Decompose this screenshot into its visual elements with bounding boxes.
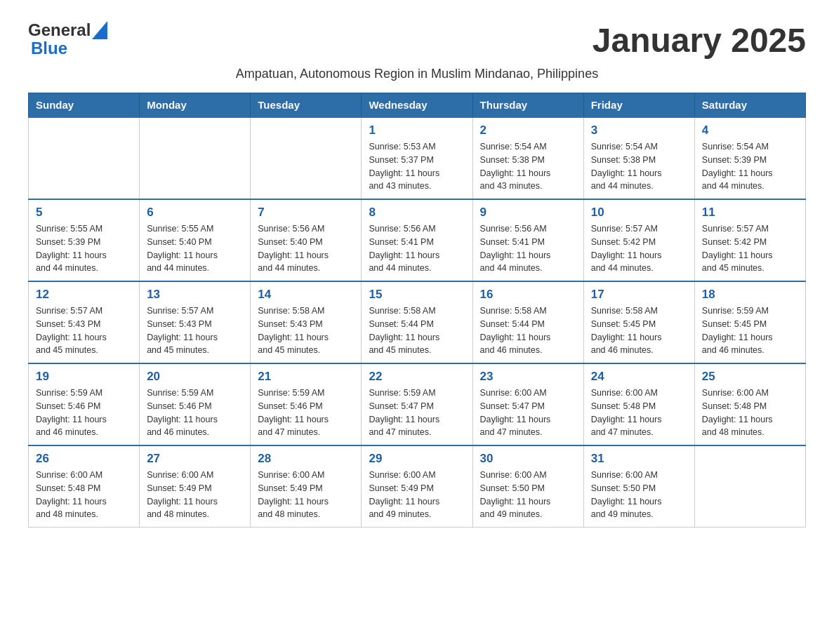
day-number: 20 [147, 370, 243, 384]
day-info: Sunrise: 5:58 AM Sunset: 5:44 PM Dayligh… [369, 304, 465, 357]
day-info: Sunrise: 5:57 AM Sunset: 5:43 PM Dayligh… [36, 304, 132, 357]
weekday-header-thursday: Thursday [472, 93, 583, 118]
day-number: 11 [702, 206, 798, 220]
day-number: 15 [369, 288, 465, 302]
day-info: Sunrise: 6:00 AM Sunset: 5:49 PM Dayligh… [258, 469, 354, 521]
day-info: Sunrise: 5:59 AM Sunset: 5:46 PM Dayligh… [258, 387, 354, 439]
day-info: Sunrise: 5:59 AM Sunset: 5:46 PM Dayligh… [36, 387, 132, 439]
day-info: Sunrise: 6:00 AM Sunset: 5:48 PM Dayligh… [36, 469, 132, 521]
day-number: 13 [147, 288, 243, 302]
calendar-cell: 18Sunrise: 5:59 AM Sunset: 5:45 PM Dayli… [694, 281, 805, 363]
day-number: 1 [369, 123, 465, 137]
calendar-table: SundayMondayTuesdayWednesdayThursdayFrid… [28, 93, 806, 528]
day-info: Sunrise: 5:55 AM Sunset: 5:39 PM Dayligh… [36, 222, 132, 275]
day-number: 8 [369, 206, 465, 220]
calendar-cell: 29Sunrise: 6:00 AM Sunset: 5:49 PM Dayli… [362, 445, 472, 528]
day-number: 14 [258, 288, 354, 302]
day-info: Sunrise: 5:56 AM Sunset: 5:41 PM Dayligh… [480, 222, 576, 275]
day-number: 24 [591, 370, 687, 384]
day-info: Sunrise: 6:00 AM Sunset: 5:49 PM Dayligh… [147, 469, 243, 521]
calendar-cell: 31Sunrise: 6:00 AM Sunset: 5:50 PM Dayli… [583, 445, 694, 528]
day-info: Sunrise: 6:00 AM Sunset: 5:50 PM Dayligh… [480, 469, 576, 521]
day-number: 30 [480, 452, 576, 466]
day-number: 9 [480, 206, 576, 220]
day-number: 10 [591, 206, 687, 220]
day-number: 27 [147, 452, 243, 466]
day-info: Sunrise: 5:58 AM Sunset: 5:45 PM Dayligh… [591, 304, 687, 357]
day-info: Sunrise: 5:59 AM Sunset: 5:46 PM Dayligh… [147, 387, 243, 439]
day-number: 2 [480, 123, 576, 137]
subtitle: Ampatuan, Autonomous Region in Muslim Mi… [28, 67, 806, 81]
calendar-cell [694, 445, 805, 528]
day-info: Sunrise: 6:00 AM Sunset: 5:49 PM Dayligh… [369, 469, 465, 521]
day-number: 31 [591, 452, 687, 466]
calendar-cell: 6Sunrise: 5:55 AM Sunset: 5:40 PM Daylig… [140, 199, 251, 281]
calendar-cell: 3Sunrise: 5:54 AM Sunset: 5:38 PM Daylig… [583, 117, 694, 199]
calendar-cell: 13Sunrise: 5:57 AM Sunset: 5:43 PM Dayli… [140, 281, 251, 363]
day-info: Sunrise: 5:59 AM Sunset: 5:47 PM Dayligh… [369, 387, 465, 439]
calendar-cell: 15Sunrise: 5:58 AM Sunset: 5:44 PM Dayli… [362, 281, 472, 363]
header: General Blue January 2025 [28, 21, 806, 60]
month-title: January 2025 [593, 21, 806, 60]
calendar-cell: 14Sunrise: 5:58 AM Sunset: 5:43 PM Dayli… [251, 281, 362, 363]
day-number: 25 [702, 370, 798, 384]
calendar-cell: 25Sunrise: 6:00 AM Sunset: 5:48 PM Dayli… [694, 363, 805, 445]
day-info: Sunrise: 5:57 AM Sunset: 5:43 PM Dayligh… [147, 304, 243, 357]
calendar-cell: 1Sunrise: 5:53 AM Sunset: 5:37 PM Daylig… [362, 117, 472, 199]
weekday-header-monday: Monday [140, 93, 251, 118]
day-info: Sunrise: 5:56 AM Sunset: 5:40 PM Dayligh… [258, 222, 354, 275]
calendar-cell: 11Sunrise: 5:57 AM Sunset: 5:42 PM Dayli… [694, 199, 805, 281]
calendar-cell: 12Sunrise: 5:57 AM Sunset: 5:43 PM Dayli… [29, 281, 140, 363]
day-number: 23 [480, 370, 576, 384]
day-info: Sunrise: 5:57 AM Sunset: 5:42 PM Dayligh… [591, 222, 687, 275]
day-info: Sunrise: 5:59 AM Sunset: 5:45 PM Dayligh… [702, 304, 798, 357]
day-info: Sunrise: 6:00 AM Sunset: 5:47 PM Dayligh… [480, 387, 576, 439]
day-number: 21 [258, 370, 354, 384]
week-row-4: 19Sunrise: 5:59 AM Sunset: 5:46 PM Dayli… [29, 363, 806, 445]
logo-triangle-icon [92, 21, 107, 39]
week-row-3: 12Sunrise: 5:57 AM Sunset: 5:43 PM Dayli… [29, 281, 806, 363]
calendar-cell: 4Sunrise: 5:54 AM Sunset: 5:39 PM Daylig… [694, 117, 805, 199]
day-info: Sunrise: 5:58 AM Sunset: 5:44 PM Dayligh… [480, 304, 576, 357]
day-info: Sunrise: 6:00 AM Sunset: 5:50 PM Dayligh… [591, 469, 687, 521]
calendar-cell: 2Sunrise: 5:54 AM Sunset: 5:38 PM Daylig… [472, 117, 583, 199]
day-info: Sunrise: 5:56 AM Sunset: 5:41 PM Dayligh… [369, 222, 465, 275]
calendar-cell [140, 117, 251, 199]
day-number: 4 [702, 123, 798, 137]
day-number: 19 [36, 370, 132, 384]
calendar-cell: 27Sunrise: 6:00 AM Sunset: 5:49 PM Dayli… [140, 445, 251, 528]
day-number: 28 [258, 452, 354, 466]
day-info: Sunrise: 5:53 AM Sunset: 5:37 PM Dayligh… [369, 140, 465, 193]
calendar-cell: 9Sunrise: 5:56 AM Sunset: 5:41 PM Daylig… [472, 199, 583, 281]
day-number: 5 [36, 206, 132, 220]
calendar-cell: 24Sunrise: 6:00 AM Sunset: 5:48 PM Dayli… [583, 363, 694, 445]
calendar-cell: 22Sunrise: 5:59 AM Sunset: 5:47 PM Dayli… [362, 363, 472, 445]
day-number: 17 [591, 288, 687, 302]
day-number: 16 [480, 288, 576, 302]
calendar-cell [251, 117, 362, 199]
day-number: 7 [258, 206, 354, 220]
day-number: 18 [702, 288, 798, 302]
calendar-cell: 17Sunrise: 5:58 AM Sunset: 5:45 PM Dayli… [583, 281, 694, 363]
day-info: Sunrise: 5:58 AM Sunset: 5:43 PM Dayligh… [258, 304, 354, 357]
weekday-header-saturday: Saturday [694, 93, 805, 118]
weekday-header-row: SundayMondayTuesdayWednesdayThursdayFrid… [29, 93, 806, 118]
day-info: Sunrise: 6:00 AM Sunset: 5:48 PM Dayligh… [591, 387, 687, 439]
day-number: 26 [36, 452, 132, 466]
day-info: Sunrise: 5:54 AM Sunset: 5:38 PM Dayligh… [591, 140, 687, 193]
calendar-cell: 26Sunrise: 6:00 AM Sunset: 5:48 PM Dayli… [29, 445, 140, 528]
day-info: Sunrise: 6:00 AM Sunset: 5:48 PM Dayligh… [702, 387, 798, 439]
week-row-1: 1Sunrise: 5:53 AM Sunset: 5:37 PM Daylig… [29, 117, 806, 199]
calendar-cell: 28Sunrise: 6:00 AM Sunset: 5:49 PM Dayli… [251, 445, 362, 528]
calendar-cell: 10Sunrise: 5:57 AM Sunset: 5:42 PM Dayli… [583, 199, 694, 281]
day-number: 22 [369, 370, 465, 384]
weekday-header-friday: Friday [583, 93, 694, 118]
day-number: 29 [369, 452, 465, 466]
week-row-2: 5Sunrise: 5:55 AM Sunset: 5:39 PM Daylig… [29, 199, 806, 281]
day-number: 3 [591, 123, 687, 137]
calendar-cell: 7Sunrise: 5:56 AM Sunset: 5:40 PM Daylig… [251, 199, 362, 281]
week-row-5: 26Sunrise: 6:00 AM Sunset: 5:48 PM Dayli… [29, 445, 806, 528]
day-number: 12 [36, 288, 132, 302]
weekday-header-wednesday: Wednesday [362, 93, 472, 118]
logo: General Blue [28, 21, 107, 58]
